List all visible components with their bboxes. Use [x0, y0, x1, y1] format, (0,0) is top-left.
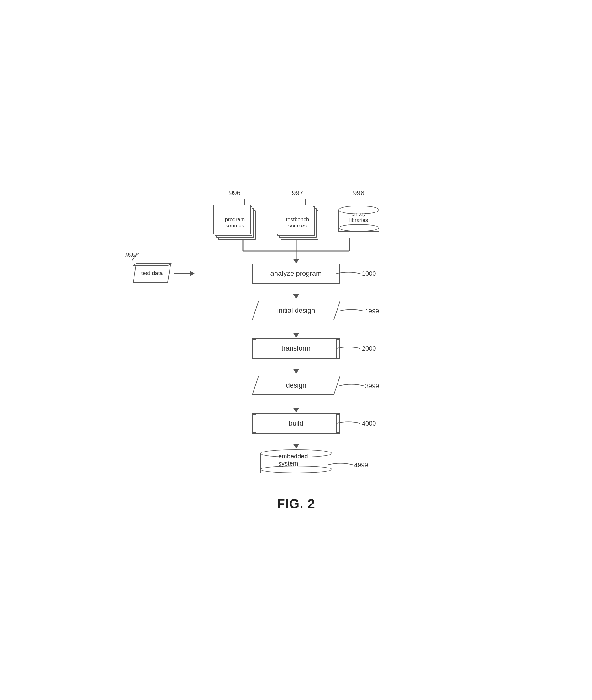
svg-text:test data: test data	[141, 270, 163, 277]
label-996: 996	[229, 189, 241, 197]
svg-text:design: design	[286, 381, 306, 389]
transform-label: transform	[282, 344, 310, 352]
program-sources-node: 996 programsources	[213, 189, 257, 240]
transform-left-bar	[253, 339, 256, 358]
arrow-5	[293, 434, 299, 449]
annotation-3999-line	[339, 383, 364, 389]
doc-stack-997: testbenchsources	[276, 206, 320, 240]
binary-libraries-label: binarylibraries	[349, 211, 368, 223]
analyze-program-node: analyze program 1000	[252, 263, 340, 284]
build-label: build	[289, 419, 303, 428]
embedded-system-label: embedded system	[278, 453, 314, 467]
label-1000: 1000	[362, 270, 376, 277]
testbench-sources-node: 997 testbenchsources	[276, 189, 320, 240]
test-data-shape: test data	[130, 262, 174, 284]
transform-node: transform 2000	[252, 338, 340, 359]
label-997: 997	[292, 189, 303, 197]
annotation-2000-line	[336, 345, 361, 352]
fig-caption: FIG. 2	[277, 496, 315, 511]
annotation-4999: 4999	[328, 461, 368, 468]
label-1999: 1999	[365, 307, 379, 314]
label-998: 998	[353, 189, 364, 197]
svg-marker-7	[133, 263, 171, 266]
label-3999: 3999	[365, 382, 379, 390]
top-connector-svg	[215, 239, 378, 263]
annotation-2000: 2000	[336, 345, 376, 352]
annotation-4999-line	[328, 462, 353, 468]
annotation-1000: 1000	[336, 270, 376, 277]
initial-design-shape: initial design	[249, 300, 343, 321]
cylinder-998: binarylibraries	[339, 206, 379, 240]
doc-stack-996: programsources	[213, 206, 257, 240]
annotation-4000-line	[336, 420, 361, 427]
label-999-line	[132, 253, 147, 262]
arrow-3	[293, 359, 299, 374]
test-data-arrow	[174, 270, 195, 277]
annotation-1999-line	[339, 308, 364, 314]
initial-design-node: initial design 1999	[249, 300, 343, 323]
transform-box: transform	[252, 338, 340, 359]
label-4999: 4999	[354, 461, 368, 468]
analyze-program-box: analyze program	[252, 263, 340, 284]
test-data-node: 999 test data	[130, 262, 174, 285]
annotation-4000: 4000	[336, 420, 376, 427]
svg-text:initial design: initial design	[277, 306, 315, 314]
annotation-1999: 1999	[339, 307, 379, 314]
design-shape: design	[249, 374, 343, 396]
svg-marker-5	[293, 259, 299, 263]
test-data-container: 999 test data	[130, 262, 195, 285]
arrow-2	[293, 323, 299, 338]
embedded-system-cylinder: embedded system	[260, 449, 332, 481]
arrow-1	[293, 285, 299, 299]
design-node: design 3999	[249, 374, 343, 398]
analyze-program-label: analyze program	[270, 269, 322, 278]
label-4000: 4000	[362, 420, 376, 427]
binary-libraries-node: 998 binarylibraries	[339, 189, 379, 240]
build-left-bar	[253, 414, 256, 433]
cylinder-bottom	[339, 224, 379, 232]
diagram: 996 programsources 997 testbenchsources	[155, 189, 437, 511]
build-box: build	[252, 413, 340, 434]
annotation-1000-line	[336, 270, 361, 277]
embedded-system-node: embedded system 4999	[260, 449, 332, 481]
analyze-program-row: 999 test data analyze pr	[202, 263, 390, 284]
build-node: build 4000	[252, 413, 340, 434]
arrow-4	[293, 398, 299, 413]
annotation-3999: 3999	[339, 382, 379, 390]
label-2000: 2000	[362, 345, 376, 352]
